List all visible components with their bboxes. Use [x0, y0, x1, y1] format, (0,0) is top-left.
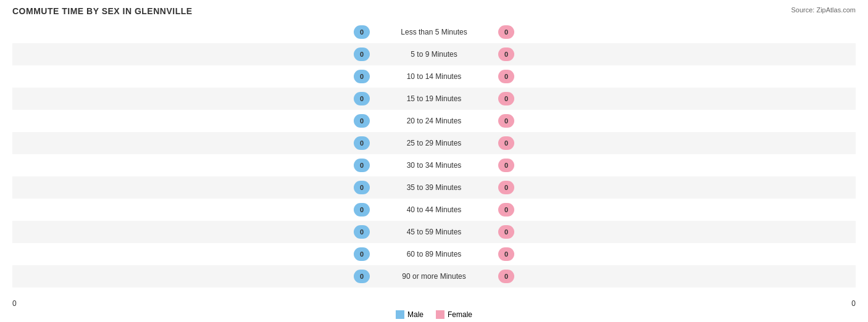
- male-label: Male: [407, 310, 424, 319]
- male-value: 0: [354, 159, 370, 172]
- right-section: 0: [496, 159, 856, 172]
- female-swatch: [436, 310, 444, 319]
- legend-male: Male: [396, 310, 424, 319]
- right-section: 0: [496, 92, 856, 105]
- male-value: 0: [354, 70, 370, 83]
- table-row: 0 40 to 44 Minutes 0: [12, 199, 856, 221]
- female-value: 0: [498, 225, 514, 239]
- row-label: 10 to 14 Minutes: [372, 72, 496, 81]
- row-label: 25 to 29 Minutes: [372, 139, 496, 147]
- left-section: 0: [12, 159, 372, 172]
- left-section: 0: [12, 247, 372, 261]
- row-label: 40 to 44 Minutes: [372, 205, 496, 214]
- female-value: 0: [498, 247, 514, 261]
- row-label: 20 to 24 Minutes: [372, 117, 496, 125]
- table-row: 0 Less than 5 Minutes 0: [12, 21, 856, 43]
- male-value: 0: [354, 225, 370, 239]
- female-value: 0: [498, 203, 514, 217]
- table-row: 0 90 or more Minutes 0: [12, 265, 856, 287]
- left-section: 0: [12, 203, 372, 217]
- table-row: 0 20 to 24 Minutes 0: [12, 110, 856, 132]
- left-section: 0: [12, 25, 372, 39]
- row-label: 45 to 59 Minutes: [372, 228, 496, 236]
- female-value: 0: [498, 270, 514, 283]
- row-label: 35 to 39 Minutes: [372, 183, 496, 192]
- female-value: 0: [498, 159, 514, 172]
- row-label: Less than 5 Minutes: [372, 28, 496, 36]
- right-section: 0: [496, 70, 856, 83]
- left-section: 0: [12, 114, 372, 128]
- table-row: 0 15 to 19 Minutes 0: [12, 88, 856, 110]
- right-section: 0: [496, 181, 856, 194]
- male-value: 0: [354, 25, 370, 39]
- male-value: 0: [354, 136, 370, 150]
- female-label: Female: [448, 310, 472, 319]
- female-value: 0: [498, 114, 514, 128]
- table-row: 0 45 to 59 Minutes 0: [12, 221, 856, 243]
- right-section: 0: [496, 114, 856, 128]
- right-section: 0: [496, 247, 856, 261]
- left-section: 0: [12, 181, 372, 194]
- male-value: 0: [354, 247, 370, 261]
- row-label: 5 to 9 Minutes: [372, 50, 496, 59]
- right-section: 0: [496, 270, 856, 283]
- left-section: 0: [12, 225, 372, 239]
- male-swatch: [396, 310, 404, 319]
- table-row: 0 35 to 39 Minutes 0: [12, 176, 856, 199]
- axis-right: 0: [851, 299, 856, 308]
- female-value: 0: [498, 136, 514, 150]
- male-value: 0: [354, 47, 370, 61]
- row-label: 60 to 89 Minutes: [372, 250, 496, 258]
- female-value: 0: [498, 70, 514, 83]
- legend: Male Female: [12, 310, 856, 319]
- table-row: 0 30 to 34 Minutes 0: [12, 154, 856, 176]
- right-section: 0: [496, 47, 856, 61]
- female-value: 0: [498, 25, 514, 39]
- male-value: 0: [354, 114, 370, 128]
- row-label: 15 to 19 Minutes: [372, 94, 496, 103]
- left-section: 0: [12, 70, 372, 83]
- bottom-axis: 0 0: [12, 297, 856, 308]
- right-section: 0: [496, 203, 856, 217]
- table-row: 0 10 to 14 Minutes 0: [12, 65, 856, 88]
- male-value: 0: [354, 203, 370, 217]
- right-section: 0: [496, 136, 856, 150]
- female-value: 0: [498, 181, 514, 194]
- male-value: 0: [354, 270, 370, 283]
- row-label: 90 or more Minutes: [372, 272, 496, 281]
- row-label: 30 to 34 Minutes: [372, 161, 496, 170]
- right-section: 0: [496, 225, 856, 239]
- left-section: 0: [12, 270, 372, 283]
- chart-title: COMMUTE TIME BY SEX IN GLENNVILLE: [12, 6, 856, 16]
- chart-container: COMMUTE TIME BY SEX IN GLENNVILLE Source…: [0, 0, 868, 322]
- table-row: 0 25 to 29 Minutes 0: [12, 132, 856, 154]
- female-value: 0: [498, 92, 514, 105]
- left-section: 0: [12, 47, 372, 61]
- right-section: 0: [496, 25, 856, 39]
- table-row: 0 60 to 89 Minutes 0: [12, 243, 856, 265]
- legend-female: Female: [436, 310, 472, 319]
- axis-left: 0: [12, 299, 17, 308]
- male-value: 0: [354, 92, 370, 105]
- table-row: 0 5 to 9 Minutes 0: [12, 43, 856, 65]
- bars-area: 0 Less than 5 Minutes 0 0 5 to 9 Minutes…: [12, 21, 856, 269]
- male-value: 0: [354, 181, 370, 194]
- female-value: 0: [498, 47, 514, 61]
- left-section: 0: [12, 136, 372, 150]
- left-section: 0: [12, 92, 372, 105]
- source-text: Source: ZipAtlas.com: [791, 6, 856, 14]
- bottom-section: 0 0 Male Female: [12, 297, 856, 319]
